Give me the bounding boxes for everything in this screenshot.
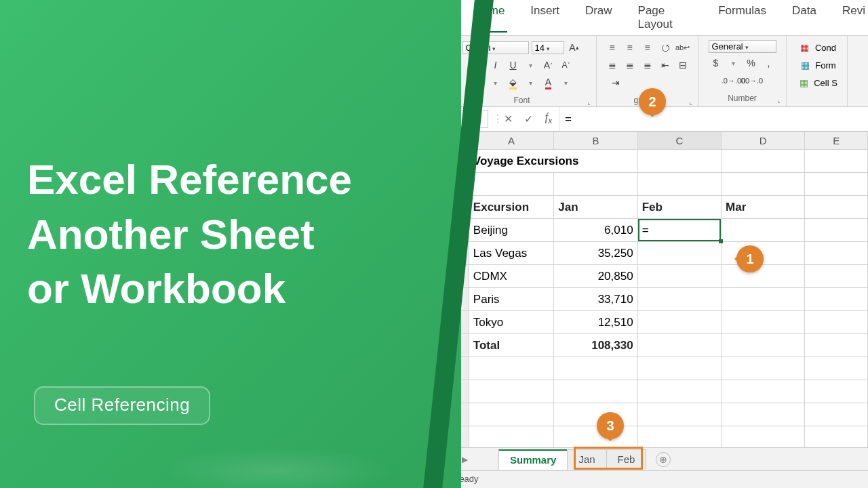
table-row: Voyage Excursions [448,150,868,173]
table-row-total: Total 108,330 [448,334,868,357]
table-row: Beijing 6,010 = [448,219,868,242]
table-row: Paris 33,710 [448,288,868,311]
fill-color-icon[interactable]: ⬙ [506,75,521,90]
tab-data[interactable]: Data [789,3,819,33]
align-top-icon[interactable]: ≡ [605,40,620,55]
tab-page-layout[interactable]: Page Layout [635,3,696,33]
cell-city[interactable]: Paris [469,288,553,311]
sheet-tab-feb[interactable]: Feb [606,449,647,469]
number-format-value: General [712,41,743,52]
enter-formula-button[interactable]: ✓ [518,110,538,128]
cell-city[interactable]: CDMX [469,265,553,288]
header-mar[interactable]: Mar [722,196,805,219]
cell-jan[interactable]: 33,710 [554,288,637,311]
font-color-icon[interactable]: A [541,75,556,90]
sheet-tab-jan[interactable]: Jan [567,449,606,469]
cell-jan[interactable]: 12,510 [554,311,637,334]
col-header-A[interactable]: A [469,132,553,150]
tab-draw[interactable]: Draw [583,3,615,33]
callout-3: 3 [597,412,624,439]
underline-button[interactable]: U [506,58,521,73]
format-table-label: Form [815,60,835,70]
header-jan[interactable]: Jan [554,196,637,219]
column-headers: A B C D E [448,132,868,150]
excel-window: Home Insert Draw Page Layout Formulas Da… [448,0,868,488]
cell-styles-icon[interactable]: ▦ [796,75,811,90]
total-jan[interactable]: 108,330 [554,334,637,357]
cancel-formula-button[interactable]: ✕ [498,110,518,128]
header-feb[interactable]: Feb [637,196,721,219]
decrease-indent-icon[interactable]: ⇤ [658,58,673,73]
cell-jan[interactable]: 35,250 [554,242,637,265]
font-grow-icon[interactable]: A˄ [541,58,556,73]
italic-button[interactable]: I [488,58,503,73]
align-middle-icon[interactable]: ≡ [623,40,637,55]
format-table-icon[interactable]: ▦ [797,58,812,73]
cell-jan[interactable]: 6,010 [554,219,637,242]
insert-function-button[interactable]: fx [538,108,559,129]
title-line: Excel Reference [27,152,352,207]
cell-styles-label: Cell S [814,78,837,88]
active-cell[interactable]: = [637,219,721,242]
status-bar: Ready [448,470,868,488]
number-format-dropdown[interactable]: General [709,40,776,53]
table-row: Las Vegas 35,250 [448,242,868,265]
cell-city[interactable]: Tokyo [469,311,553,334]
currency-icon[interactable]: $ [709,56,724,70]
align-bottom-icon[interactable]: ≡ [640,40,655,55]
sheet-tab-strip: ◀▶ Summary Jan Feb ⊕ [448,447,868,470]
cell-jan[interactable]: 20,850 [554,265,637,288]
table-row: Excursion Jan Feb Mar [448,196,868,219]
group-styles: ▦Cond ▦Form ▦Cell S . [787,36,848,106]
align-left-icon[interactable]: ≣ [605,58,620,73]
worksheet-grid[interactable]: A B C D E Voyage Excursions Excursion Ja… [448,131,868,449]
table-row: CDMX 20,850 [448,265,868,288]
table-row: Tokyo 12,510 [448,311,868,334]
font-size-dropdown[interactable]: 14 [532,41,564,54]
orientation-icon[interactable]: ⭯ [658,40,673,55]
promo-title: Excel Reference Another Sheet or Workboo… [27,152,352,317]
conditional-label: Cond [815,43,836,53]
col-header-E[interactable]: E [805,132,868,150]
col-header-C[interactable]: C [637,132,721,150]
callout-2: 2 [639,88,666,115]
align-right-icon[interactable]: ≣ [640,58,655,73]
tab-insert[interactable]: Insert [528,3,562,33]
tab-review[interactable]: Revi [840,3,868,33]
sheet-title[interactable]: Voyage Excursions [469,150,637,173]
cell-city[interactable]: Las Vegas [469,242,553,265]
cell-city[interactable]: Beijing [469,219,553,242]
merge-icon[interactable]: ⊟ [675,58,690,73]
decorative-ellipse [163,447,393,488]
comma-icon[interactable]: , [762,56,776,70]
conditional-formatting-icon[interactable]: ▦ [797,40,812,55]
col-header-B[interactable]: B [554,132,637,150]
decrease-decimal-icon[interactable]: .00→.0 [744,73,759,88]
title-line: or Workbook [27,262,352,317]
percent-icon[interactable]: % [744,56,759,70]
formula-input[interactable]: = [559,107,868,131]
wrap-text-icon[interactable]: ab↩ [675,40,690,55]
title-line: Another Sheet [27,207,352,262]
add-sheet-button[interactable]: ⊕ [656,452,671,467]
group-number: General $ ▾ % , .0→.00 .00→.0 Number [698,36,787,106]
font-shrink-icon[interactable]: A˅ [559,58,574,73]
callout-1: 1 [736,245,764,272]
promo-badge: Cell Referencing [34,386,210,425]
total-label[interactable]: Total [469,334,553,357]
sheet-tab-summary[interactable]: Summary [498,449,568,470]
col-header-D[interactable]: D [722,132,805,150]
increase-font-icon[interactable]: A▴ [567,40,582,55]
group-label-number: Number [704,94,781,103]
promo-panel: Excel Reference Another Sheet or Workboo… [0,0,461,488]
font-size-value: 14 [535,43,545,53]
header-excursion[interactable]: Excursion [469,196,553,219]
align-center-icon[interactable]: ≣ [623,58,637,73]
increase-indent-icon[interactable]: ⇥ [608,75,623,90]
ribbon-tabs: Home Insert Draw Page Layout Formulas Da… [448,0,868,36]
tab-formulas[interactable]: Formulas [715,3,769,33]
